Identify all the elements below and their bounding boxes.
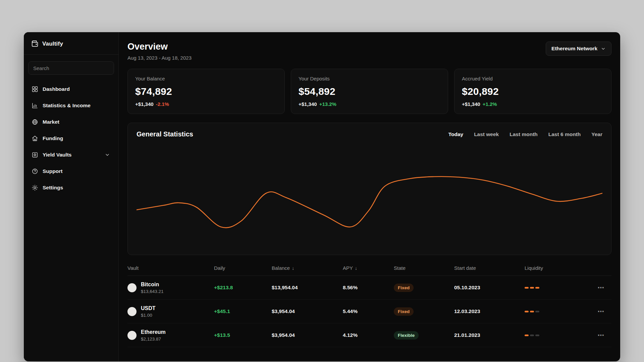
statistics-chart <box>137 141 602 251</box>
vault-icon <box>32 152 38 158</box>
page-title: Overview <box>127 42 192 52</box>
sidebar-item-label: Funding <box>43 135 63 141</box>
balance-value: $3,954.04 <box>272 332 343 338</box>
stat-change: +$1,340 -2.1% <box>135 101 277 107</box>
sidebar-item-support[interactable]: Support <box>28 163 114 179</box>
vault-price: $1.00 <box>141 313 156 318</box>
table-header-row: Vault Daily Balance↓ APY↓ State Start da… <box>127 265 611 276</box>
stat-value: $74,892 <box>135 86 277 97</box>
apy-value: 8.56% <box>343 285 394 291</box>
search-input[interactable] <box>28 61 114 75</box>
date-range: Aug 13, 2023 - Aug 18, 2023 <box>127 55 192 61</box>
balance-value: $13,954.04 <box>272 285 343 291</box>
sidebar-item-market[interactable]: Market <box>28 114 114 130</box>
column-header-vault[interactable]: Vault <box>127 265 214 271</box>
main-content: Overview Aug 13, 2023 - Aug 18, 2023 Eth… <box>119 32 620 361</box>
sidebar-item-label: Support <box>43 168 62 174</box>
app-logo: Vaultify <box>24 32 118 54</box>
stat-value: $20,892 <box>462 86 604 97</box>
filter-year[interactable]: Year <box>591 131 602 137</box>
stat-percent: -2.1% <box>156 101 169 107</box>
statistics-line <box>137 177 602 228</box>
chevron-down-icon <box>601 46 606 51</box>
sidebar-item-yield-vaults[interactable]: Yield Vaults <box>28 146 114 163</box>
table-row[interactable]: Bitcoin $13,643.21 +$213.8 $13,954.04 8.… <box>127 276 611 300</box>
filter-last-week[interactable]: Last week <box>474 131 499 137</box>
sidebar-item-settings[interactable]: Settings <box>28 179 114 196</box>
vault-price: $2,123.87 <box>141 337 166 342</box>
general-statistics-card: General Statistics Today Last week Last … <box>127 123 611 255</box>
apy-value: 5.44% <box>343 308 394 314</box>
column-header-state[interactable]: State <box>394 265 454 271</box>
row-menu-button[interactable]: ⋯ <box>598 307 605 315</box>
table-row[interactable]: Ethereum $2,123.87 +$13.5 $3,954.04 4.12… <box>127 323 611 347</box>
stat-value: $54,892 <box>299 86 440 97</box>
chart-title: General Statistics <box>137 130 193 138</box>
stat-percent: +13.2% <box>319 101 336 107</box>
filter-last-month[interactable]: Last month <box>509 131 538 137</box>
sidebar-divider <box>24 54 118 55</box>
liquidity-indicator <box>525 335 591 336</box>
vault-name: Bitcoin <box>141 281 164 288</box>
row-menu-button[interactable]: ⋯ <box>598 284 605 292</box>
home-icon <box>32 135 38 142</box>
column-header-apy[interactable]: APY↓ <box>343 265 394 271</box>
vault-avatar <box>127 307 137 316</box>
sidebar-item-label: Dashboard <box>43 86 70 92</box>
vault-avatar <box>127 283 137 292</box>
liquidity-indicator <box>525 287 591 289</box>
stat-card-accrued-yield: Accrued Yield $20,892 +$1,340 +1.2% <box>454 69 611 114</box>
stat-label: Your Balance <box>135 76 277 81</box>
stat-change: +$1,340 +1.2% <box>462 101 604 107</box>
network-selector-button[interactable]: Ethereum Network <box>546 42 611 56</box>
page-header: Overview Aug 13, 2023 - Aug 18, 2023 Eth… <box>127 42 611 61</box>
chevron-down-icon <box>104 152 111 158</box>
sidebar-item-label: Statistics & Income <box>43 103 91 109</box>
vault-price: $13,643.21 <box>141 289 164 294</box>
network-selector-label: Ethereum Network <box>551 46 597 52</box>
state-badge: Flexible <box>394 331 419 340</box>
sidebar: Vaultify Dashboard Statistics & Income <box>24 32 119 361</box>
table-row[interactable]: USDT $1.00 +$45.1 $3,954.04 5.44% Fixed … <box>127 300 611 323</box>
stat-change: +$1,340 +13.2% <box>299 101 440 107</box>
daily-change: +$45.1 <box>214 308 272 314</box>
stat-cards: Your Balance $74,892 +$1,340 -2.1% Your … <box>127 69 611 114</box>
filter-last-6-month[interactable]: Last 6 month <box>548 131 581 137</box>
stat-card-deposits: Your Deposits $54,892 +$1,340 +13.2% <box>291 69 448 114</box>
sort-desc-icon: ↓ <box>292 265 294 271</box>
sidebar-nav: Dashboard Statistics & Income Market Fun… <box>24 78 118 198</box>
sidebar-item-label: Yield Vaults <box>43 152 71 158</box>
daily-change: +$13.5 <box>214 332 272 338</box>
start-date: 05.10.2023 <box>454 285 525 291</box>
globe-icon <box>32 119 38 125</box>
vault-avatar <box>127 331 137 340</box>
sidebar-item-funding[interactable]: Funding <box>28 130 114 146</box>
stat-card-balance: Your Balance $74,892 +$1,340 -2.1% <box>127 69 285 114</box>
row-menu-button[interactable]: ⋯ <box>598 331 605 339</box>
filter-today[interactable]: Today <box>448 131 464 137</box>
stat-delta: +$1,340 <box>135 101 154 107</box>
stat-delta: +$1,340 <box>299 101 317 107</box>
daily-change: +$213.8 <box>214 285 272 291</box>
sidebar-item-dashboard[interactable]: Dashboard <box>28 81 114 97</box>
wallet-logo-icon <box>31 40 39 48</box>
apy-value: 4.12% <box>343 332 394 338</box>
start-date: 12.03.2023 <box>454 308 525 314</box>
sort-desc-icon: ↓ <box>355 265 357 271</box>
chart-time-filters: Today Last week Last month Last 6 month … <box>448 131 602 137</box>
liquidity-indicator <box>525 311 591 312</box>
stat-label: Accrued Yield <box>462 76 604 81</box>
state-badge: Fixed <box>394 307 414 316</box>
column-header-balance[interactable]: Balance↓ <box>272 265 343 271</box>
help-icon <box>32 168 38 175</box>
chart-header: General Statistics Today Last week Last … <box>137 130 602 138</box>
column-header-daily[interactable]: Daily <box>214 265 272 271</box>
sidebar-item-statistics[interactable]: Statistics & Income <box>28 97 114 114</box>
bar-chart-icon <box>32 102 38 109</box>
sidebar-item-label: Settings <box>43 185 63 191</box>
column-header-liquidity[interactable]: Liquidity <box>525 265 591 271</box>
sidebar-item-label: Market <box>43 119 59 125</box>
column-header-start-date[interactable]: Start date <box>454 265 525 271</box>
app-name: Vaultify <box>42 41 63 47</box>
balance-value: $3,954.04 <box>272 308 343 314</box>
